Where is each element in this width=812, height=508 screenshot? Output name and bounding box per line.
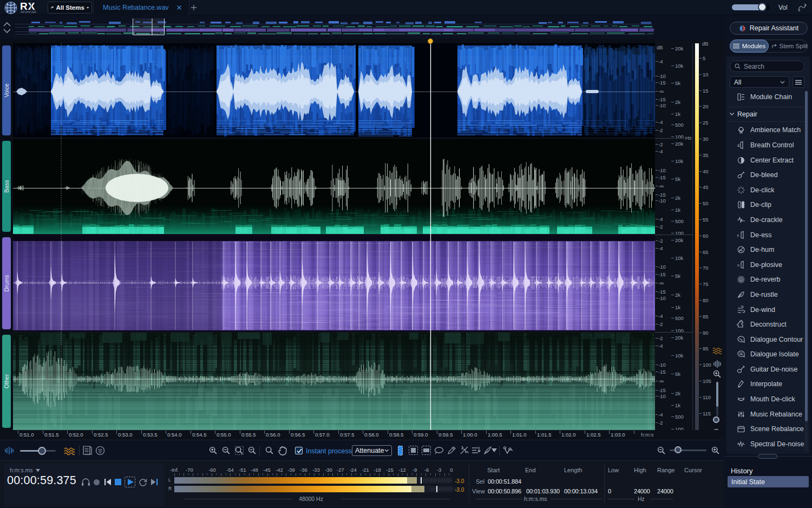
svg-text:&: & bbox=[737, 144, 740, 147]
svg-text:s: s bbox=[737, 233, 739, 237]
svg-text:o: o bbox=[737, 263, 739, 267]
